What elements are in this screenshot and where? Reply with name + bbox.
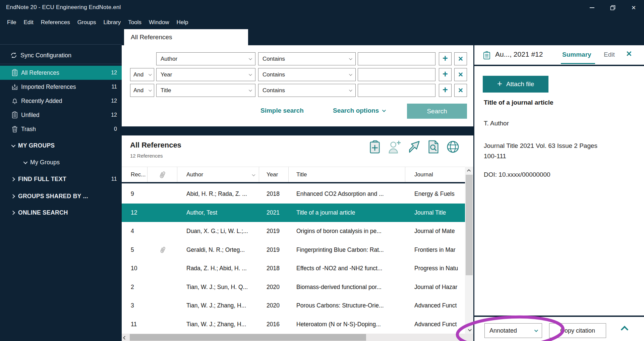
column-label: Rec... — [131, 171, 145, 178]
column-header-author[interactable]: Author — [177, 167, 259, 182]
search-term-input[interactable] — [358, 84, 435, 97]
operator-value: Contains — [262, 71, 285, 78]
cell-year: 2020 — [259, 296, 289, 315]
scroll-left-arrow[interactable] — [122, 334, 129, 341]
column-header-year[interactable]: Year — [259, 167, 289, 182]
add-search-row-button[interactable]: + — [439, 84, 452, 97]
remove-search-row-button[interactable]: ✕ — [454, 68, 467, 81]
menu-help[interactable]: Help — [174, 18, 191, 27]
column-header-journal[interactable]: Journal — [405, 167, 465, 182]
remove-search-row-button[interactable]: ✕ — [454, 52, 467, 65]
sidebar-item-all-references[interactable]: All References 12 — [0, 66, 122, 80]
search-term-input[interactable] — [358, 52, 435, 65]
cell-year: 2020 — [259, 278, 289, 297]
chevron-down-icon — [534, 328, 538, 332]
close-button[interactable]: ✕ — [623, 0, 644, 15]
add-search-row-button[interactable]: + — [439, 68, 452, 81]
sidebar-group-label: ONLINE SEARCH — [18, 209, 68, 216]
scrollbar-thumb[interactable] — [466, 175, 473, 275]
cell-title: Heteroatom (N or N-S)-Doping... — [289, 315, 405, 334]
search-term-input[interactable] — [358, 68, 435, 81]
menu-tools[interactable]: Tools — [125, 18, 144, 27]
sidebar-group-find-full-text[interactable]: FIND FULL TEXT 11 — [0, 172, 122, 186]
attach-file-button[interactable]: + Attach file — [483, 76, 548, 93]
cell-journal: Advanced Funct — [405, 296, 465, 315]
find-full-text-button[interactable] — [426, 139, 441, 154]
search-button[interactable]: Search — [407, 104, 467, 119]
search-operator-select[interactable]: Contains — [258, 84, 356, 97]
search-field-select[interactable]: Title — [156, 84, 255, 97]
collapse-panel-chevron[interactable] — [621, 326, 629, 334]
copy-citation-button[interactable]: Copy citation — [549, 323, 606, 338]
article-title: Title of a journal article — [484, 99, 553, 106]
vertical-scrollbar[interactable] — [465, 167, 473, 334]
search-operator-select[interactable]: Contains — [258, 52, 356, 65]
remove-search-row-button[interactable]: ✕ — [454, 84, 467, 97]
sidebar-group-online-search[interactable]: ONLINE SEARCH — [0, 206, 122, 220]
search-conjunction-select[interactable]: And — [130, 84, 154, 97]
table-row[interactable]: 11 Tian, W. J.; Zhang, H... 2016 Heteroa… — [122, 315, 465, 334]
sidebar-group-groups-shared-by[interactable]: GROUPS SHARED BY ... — [0, 189, 122, 203]
column-header-attachment[interactable] — [148, 167, 177, 182]
online-search-button[interactable] — [446, 139, 460, 154]
sidebar-group-my-groups-sub[interactable]: My Groups — [0, 155, 122, 169]
menu-references[interactable]: References — [38, 18, 73, 27]
close-detail-button[interactable]: ✕ — [626, 50, 632, 58]
menu-edit[interactable]: Edit — [20, 18, 36, 27]
table-row[interactable]: 5 Geraldi, N. R.; Orteg... 2019 Fingerpr… — [122, 241, 465, 260]
menu-file[interactable]: File — [4, 18, 19, 27]
sidebar-item-count: 12 — [111, 112, 117, 118]
citation-style-select[interactable]: Annotated — [484, 323, 542, 338]
table-row[interactable]: 10 Rada, Z. H.; Abid, H. ... 2018 Effect… — [122, 259, 465, 278]
scrollbar-thumb[interactable] — [130, 334, 366, 341]
column-header-title[interactable]: Title — [289, 167, 405, 182]
sidebar-item-recently-added[interactable]: Recently Added 12 — [0, 94, 122, 108]
cell-attachment — [148, 204, 177, 222]
search-operator-select[interactable]: Contains — [258, 68, 356, 81]
tab-all-references[interactable]: All References — [124, 29, 248, 45]
column-header-record[interactable]: Rec... — [122, 167, 148, 182]
sidebar-item-sync-configuration[interactable]: Sync Configuration — [0, 49, 122, 62]
chevron-down-icon — [349, 57, 352, 60]
sidebar-item-trash[interactable]: Trash 0 — [0, 122, 122, 136]
sidebar-group-label: My Groups — [30, 159, 60, 166]
search-options-link[interactable]: Search options — [333, 107, 385, 114]
menu-library[interactable]: Library — [100, 18, 124, 27]
import-icon — [11, 83, 18, 91]
tab-edit[interactable]: Edit — [604, 51, 615, 58]
table-row-selected[interactable]: 12 Author, Test 2021 Title of a journal … — [122, 204, 465, 222]
sidebar-item-unfiled[interactable]: Unfiled 12 — [0, 108, 122, 122]
add-search-row-button[interactable]: + — [439, 52, 452, 65]
sidebar-item-label: Imported References — [21, 83, 76, 91]
add-reference-button[interactable] — [368, 139, 382, 154]
sidebar-item-imported-references[interactable]: Imported References 11 — [0, 80, 122, 94]
reference-list-panel: All References 12 References Rec... Auth… — [122, 135, 473, 341]
chevron-down-icon — [349, 72, 352, 76]
minimize-button[interactable] — [582, 0, 602, 15]
cell-author: Abid, H. R.; Rada, Z. ... — [177, 185, 259, 204]
chevron-down-icon — [349, 88, 352, 92]
scroll-down-arrow[interactable] — [465, 326, 473, 334]
sidebar-group-my-groups[interactable]: MY GROUPS — [0, 138, 122, 153]
share-reference-button[interactable] — [407, 139, 421, 154]
simple-search-link[interactable]: Simple search — [260, 107, 304, 114]
column-label: Author — [186, 171, 203, 178]
minimize-icon — [590, 7, 594, 8]
menu-groups[interactable]: Groups — [74, 18, 99, 27]
clipboard-icon — [11, 111, 18, 119]
menu-window[interactable]: Window — [146, 18, 172, 27]
table-row[interactable]: 9 Abid, H. R.; Rada, Z. ... 2018 Enhance… — [122, 185, 465, 204]
scroll-up-arrow[interactable] — [465, 167, 473, 174]
detail-header: Au..., 2021 #12 Summary Edit ✕ — [474, 45, 644, 66]
cell-attachment — [148, 296, 177, 315]
search-field-select[interactable]: Author — [156, 52, 255, 65]
tab-summary[interactable]: Summary — [562, 51, 591, 58]
add-author-button[interactable] — [388, 139, 402, 154]
table-row[interactable]: 3 Tian, W. J.; Zhang, H... 2020 Porous C… — [122, 296, 465, 315]
restore-button[interactable] — [602, 0, 623, 15]
search-field-select[interactable]: Year — [156, 68, 255, 81]
table-row[interactable]: 2 Tian, W. J.; Sun, H. Q... 2020 Biomass… — [122, 278, 465, 297]
horizontal-scrollbar[interactable] — [122, 334, 473, 341]
table-row[interactable]: 4 Duan, X. G.; Li, W. L.;... 2019 Origin… — [122, 222, 465, 241]
search-conjunction-select[interactable]: And — [130, 68, 154, 81]
